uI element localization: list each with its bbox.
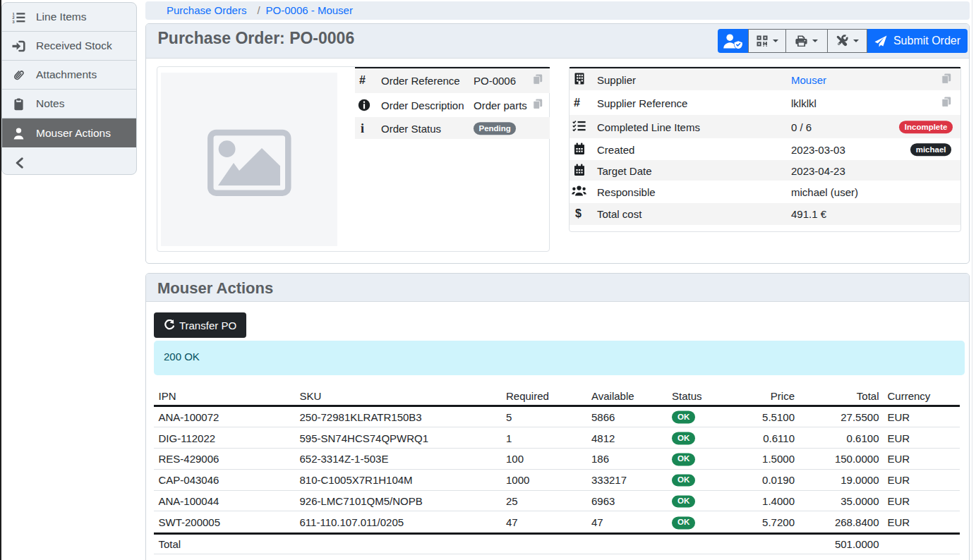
svg-text:3: 3 [12,20,14,23]
